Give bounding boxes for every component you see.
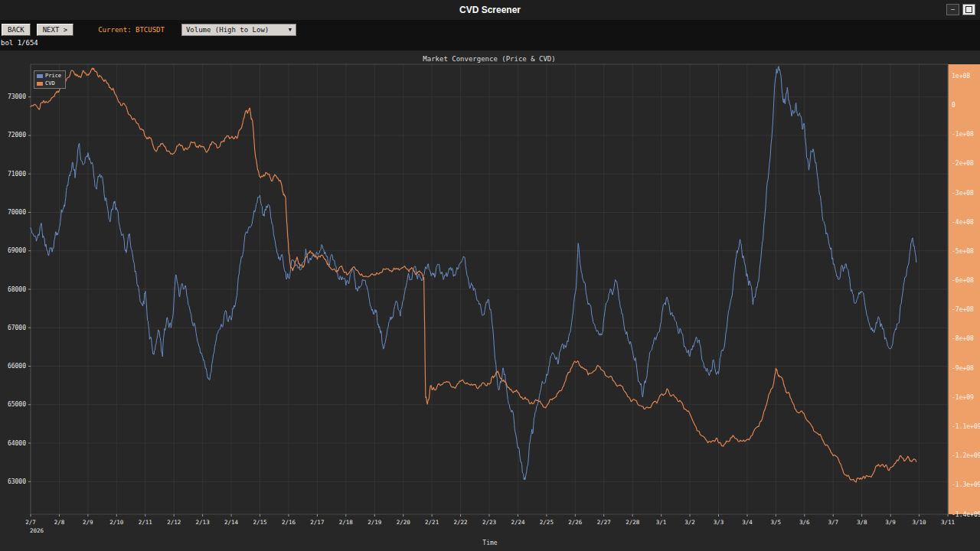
right-tick-label: -1.2e+09 xyxy=(952,452,980,459)
x-tick-label: 2/16 xyxy=(282,519,296,526)
right-tick-label: -1.3e+09 xyxy=(952,481,980,488)
x-tick-label: 2/18 xyxy=(339,519,354,526)
right-tick-label: -9e+08 xyxy=(952,365,974,372)
chart-legend[interactable]: Price CVD xyxy=(34,70,66,89)
x-tick-label: 2/20 xyxy=(397,519,411,526)
legend-label-cvd: CVD xyxy=(45,80,55,86)
cvd-series-line xyxy=(31,68,916,482)
right-tick-label: -7e+08 xyxy=(952,306,974,313)
left-tick-label: 71000 xyxy=(8,171,26,178)
sort-dropdown[interactable]: Volume (High to Low) ▼ xyxy=(181,24,296,36)
x-tick-label: 3/9 xyxy=(885,519,896,526)
price-swatch-icon xyxy=(37,74,43,78)
x-tick-label: 3/8 xyxy=(857,519,867,526)
symbol-counter: bol 1/654 xyxy=(1,39,38,47)
x-tick-label: 2/15 xyxy=(253,519,266,526)
right-tick-label: -4e+08 xyxy=(952,219,974,226)
minimize-button[interactable]: – xyxy=(946,4,959,15)
toolbar: BACK NEXT > Current: BTCUSDT Volume (Hig… xyxy=(2,23,296,37)
x-tick-label: 2/13 xyxy=(196,519,210,526)
x-tick-label: 2/22 xyxy=(454,519,468,526)
x-tick-label: 3/10 xyxy=(913,519,927,526)
back-button[interactable]: BACK xyxy=(2,24,31,36)
title-bar: CVD Screener – xyxy=(0,0,980,20)
left-tick-label: 65000 xyxy=(8,401,26,408)
maximize-button[interactable] xyxy=(962,4,975,15)
right-tick-label: -1.1e+09 xyxy=(952,423,980,430)
x-tick-label: 2/8 xyxy=(54,519,65,526)
x-tick-label: 2/25 xyxy=(540,519,554,526)
right-tick-label: -2e+08 xyxy=(952,160,974,167)
x-tick-label: 3/6 xyxy=(799,519,810,526)
legend-label-price: Price xyxy=(45,73,61,79)
window-controls: – xyxy=(946,4,975,15)
right-tick-label: -3e+08 xyxy=(952,190,974,197)
legend-item-price: Price xyxy=(37,73,61,79)
left-tick-label: 66000 xyxy=(8,363,26,370)
x-tick-label: 3/11 xyxy=(941,519,955,526)
price-series-line xyxy=(31,67,916,481)
right-tick-label: -1e+09 xyxy=(952,394,974,401)
x-tick-label: 2/12 xyxy=(167,519,181,526)
window-title: CVD Screener xyxy=(459,5,521,15)
chart-figure: Market Convergence (Price & CVD) 6300064… xyxy=(0,51,980,551)
x-axis-label: Time xyxy=(0,540,980,546)
x-tick-label: 3/7 xyxy=(828,519,838,526)
x-tick-label: 2/7 xyxy=(25,519,36,526)
x-tick-label: 2/9 xyxy=(83,519,93,526)
x-tick-label: 3/1 xyxy=(656,519,667,526)
maximize-icon xyxy=(965,6,972,13)
left-tick-label: 70000 xyxy=(8,209,26,216)
left-tick-label: 63000 xyxy=(8,478,26,485)
right-tick-label: 1e+08 xyxy=(952,73,970,80)
x-tick-label: 2/21 xyxy=(425,519,439,526)
right-tick-label: 0 xyxy=(952,102,956,109)
chart-canvas: 6300064000650006600067000680006900070000… xyxy=(0,51,980,551)
x-tick-label: 2/14 xyxy=(224,519,239,526)
left-tick-label: 67000 xyxy=(8,324,26,331)
x-tick-label: 3/5 xyxy=(771,519,782,526)
left-tick-label: 64000 xyxy=(8,440,26,447)
x-tick-label: 2/26 xyxy=(568,519,583,526)
right-tick-label: -5e+08 xyxy=(952,248,974,255)
right-tick-label: -6e+08 xyxy=(952,277,974,284)
x-tick-label: 2/11 xyxy=(139,519,152,526)
x-tick-label: 2/10 xyxy=(109,519,124,526)
left-tick-label: 68000 xyxy=(8,286,26,293)
x-tick-label: 3/4 xyxy=(742,519,753,526)
right-tick-label: -1e+08 xyxy=(952,131,974,138)
x-tick-label: 2/27 xyxy=(597,519,611,526)
left-tick-label: 72000 xyxy=(8,132,26,139)
x-tick-label: 3/2 xyxy=(684,519,695,526)
right-tick-label: -8e+08 xyxy=(952,335,974,342)
legend-item-cvd: CVD xyxy=(37,80,61,86)
current-symbol-text: Current: BTCUSDT xyxy=(98,26,165,34)
x-tick-label: 2/24 xyxy=(511,519,525,526)
left-tick-label: 73000 xyxy=(8,93,26,100)
current-symbol: BTCUSDT xyxy=(136,26,165,34)
x-tick-label: 2/28 xyxy=(626,519,640,526)
current-label: Current: xyxy=(98,26,131,34)
sort-dropdown-value: Volume (High to Low) xyxy=(186,26,269,34)
chevron-down-icon: ▼ xyxy=(289,27,292,33)
left-tick-label: 69000 xyxy=(8,247,26,254)
cvd-swatch-icon xyxy=(37,82,43,86)
x-tick-label: 2/23 xyxy=(482,519,496,526)
x-axis-year-label: 2026 xyxy=(30,527,44,534)
x-tick-label: 2/17 xyxy=(310,519,324,526)
x-tick-label: 3/3 xyxy=(714,519,724,526)
x-tick-label: 2/19 xyxy=(368,519,381,526)
next-button[interactable]: NEXT > xyxy=(37,24,74,36)
right-tick-label: -1.4e+09 xyxy=(952,511,980,518)
